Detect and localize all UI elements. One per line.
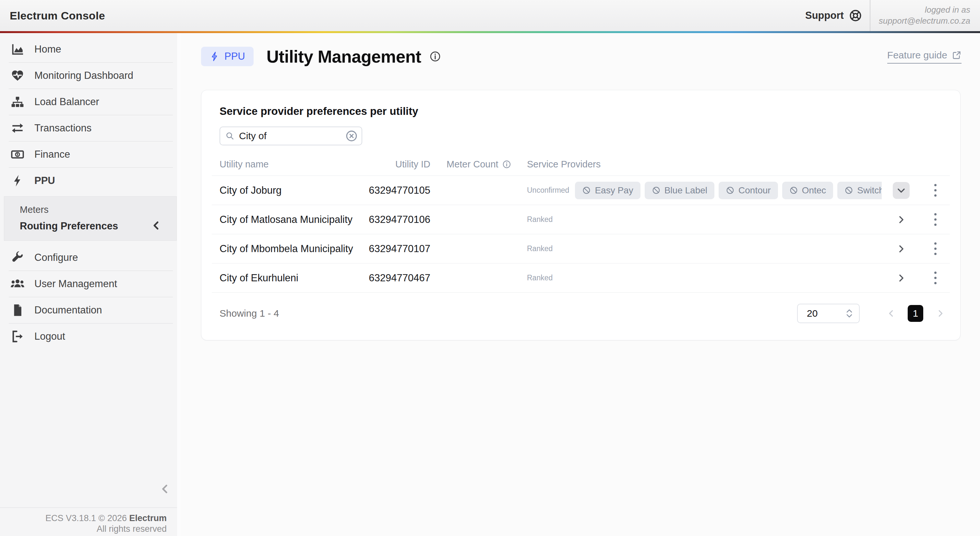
expand-row-button[interactable]	[893, 211, 910, 228]
row-menu-kebab-icon[interactable]	[932, 269, 939, 287]
clear-search-icon[interactable]	[345, 130, 358, 142]
info-icon[interactable]	[430, 51, 441, 62]
provider-chips: Easy PayBlue LabelContourOntecSwitch One	[575, 182, 882, 199]
sidebar-item-label: Logout	[34, 330, 65, 342]
sidebar-item-documentation[interactable]: Documentation	[0, 297, 181, 323]
money-bill-icon	[10, 148, 25, 161]
ban-icon	[789, 186, 798, 195]
sidebar-item-home[interactable]: Home	[0, 36, 181, 62]
card-heading: Service provider preferences per utility	[220, 105, 942, 118]
provider-name: Contour	[738, 185, 771, 196]
kebab-cell	[921, 181, 950, 199]
sidebar-collapse-chevron-icon[interactable]	[159, 483, 170, 495]
utilities-table: Utility name Utility ID Meter Count Serv…	[212, 153, 950, 293]
row-menu-kebab-icon[interactable]	[932, 211, 939, 228]
bolt-outline-icon	[210, 51, 220, 62]
sidebar-item-label: PPU	[34, 175, 55, 187]
meter-count-label: Meter Count	[447, 159, 498, 170]
feature-guide-link[interactable]: Feature guide	[887, 49, 961, 64]
expand-cell	[882, 241, 921, 257]
ppu-context-badge[interactable]: PPU	[201, 47, 254, 66]
app-title: Electrum Console	[10, 10, 105, 22]
page-title: Utility Management	[267, 47, 421, 67]
row-menu-kebab-icon[interactable]	[932, 181, 939, 199]
info-icon[interactable]	[502, 160, 511, 169]
ppu-submenu: Meters Routing Preferences	[4, 196, 177, 241]
sidebar-item-user-management[interactable]: User Management	[0, 271, 181, 297]
table-row[interactable]: City of Ekurhuleni 63294770467 Ranked	[212, 263, 950, 293]
table-row[interactable]: City of Mbombela Municipality 6329477010…	[212, 234, 950, 263]
select-spinner-icon	[845, 308, 853, 319]
card-footer: Showing 1 - 4 20 1	[212, 293, 950, 334]
table-header-row: Utility name Utility ID Meter Count Serv…	[212, 153, 950, 176]
status-badge: Unconfirmed	[527, 186, 569, 195]
provider-name: Blue Label	[665, 185, 707, 196]
badge-label: PPU	[224, 51, 245, 62]
provider-name: Ontec	[802, 185, 826, 196]
expand-cell	[882, 270, 921, 287]
main-content: PPU Utility Management Feature guide Ser…	[181, 33, 980, 536]
sidebar-item-logout[interactable]: Logout	[0, 324, 181, 349]
sidebar-item-transactions[interactable]: Transactions	[0, 115, 181, 141]
table-rows: City of Joburg 63294770105 Unconfirmed E…	[212, 176, 950, 293]
logged-in-email: support@electrum.co.za	[879, 16, 970, 27]
page-header: PPU Utility Management Feature guide	[201, 46, 961, 67]
sidebar-item-finance[interactable]: Finance	[0, 142, 181, 168]
search-icon	[225, 131, 234, 140]
provider-chip: Switch One	[837, 182, 882, 199]
showing-count: Showing 1 - 4	[220, 308, 279, 319]
submenu-item-meters[interactable]: Meters	[20, 204, 177, 215]
provider-chip: Contour	[719, 182, 778, 199]
sidebar: Home Monitoring Dashboard Load Balancer …	[0, 33, 181, 536]
utility-id-cell: 63294770467	[366, 272, 430, 284]
col-service-providers: Service Providers	[518, 159, 882, 170]
provider-chip: Easy Pay	[575, 182, 640, 199]
col-utility-id: Utility ID	[366, 159, 430, 170]
kebab-cell	[921, 240, 950, 258]
previous-page-chevron-icon[interactable]	[886, 309, 896, 318]
provider-chip: Blue Label	[645, 182, 714, 199]
col-utility-name: Utility name	[220, 159, 366, 170]
utility-id-cell: 63294770106	[366, 214, 430, 225]
logged-in-line1: logged in as	[879, 5, 970, 16]
table-row[interactable]: City of Joburg 63294770105 Unconfirmed E…	[212, 176, 950, 205]
exchange-icon	[10, 121, 25, 135]
provider-name: Switch One	[857, 185, 882, 196]
service-providers-cell: Unconfirmed Easy PayBlue LabelContourOnt…	[518, 182, 882, 199]
chevron-left-icon[interactable]	[151, 220, 162, 231]
search-input[interactable]	[239, 131, 341, 142]
sidebar-nav: Home Monitoring Dashboard Load Balancer …	[0, 33, 181, 349]
utility-preferences-card: Service provider preferences per utility…	[201, 90, 961, 340]
support-button[interactable]: Support	[805, 9, 862, 22]
sidebar-item-ppu[interactable]: PPU	[0, 168, 181, 194]
expand-row-button[interactable]	[893, 270, 910, 287]
provider-name: Easy Pay	[595, 185, 633, 196]
document-icon	[10, 303, 25, 317]
page-size-select[interactable]: 20	[797, 304, 860, 323]
sidebar-item-configure[interactable]: Configure	[0, 245, 181, 271]
current-page-button[interactable]: 1	[908, 305, 923, 322]
utility-id-cell: 63294770107	[366, 243, 430, 255]
utility-name-cell: City of Ekurhuleni	[220, 272, 366, 284]
brand-gradient-bar	[0, 31, 980, 33]
pagination: 20 1	[797, 304, 950, 323]
kebab-cell	[921, 269, 950, 287]
sidebar-item-load-balancer[interactable]: Load Balancer	[0, 89, 181, 115]
next-page-chevron-icon[interactable]	[935, 309, 945, 318]
table-row[interactable]: City of Matlosana Municipality 632947701…	[212, 205, 950, 234]
heartbeat-icon	[10, 69, 25, 82]
sidebar-item-monitoring-dashboard[interactable]: Monitoring Dashboard	[0, 62, 181, 89]
header-right: Support logged in as support@electrum.co…	[805, 0, 980, 31]
status-badge: Ranked	[527, 215, 553, 224]
chart-area-icon	[10, 43, 25, 56]
row-menu-kebab-icon[interactable]	[932, 240, 939, 258]
collapse-row-button[interactable]	[893, 182, 910, 199]
sidebar-item-label: Home	[34, 43, 61, 55]
provider-chip: Ontec	[782, 182, 834, 199]
top-bar: Electrum Console Support logged in as su…	[0, 0, 980, 31]
sidebar-item-label: Finance	[34, 148, 70, 160]
version-line: ECS V3.18.1 © 2026 Electrum	[0, 513, 167, 524]
expand-row-button[interactable]	[893, 241, 910, 257]
expand-cell	[882, 182, 921, 199]
version-text: ECS V3.18.1 © 2026	[45, 513, 129, 523]
